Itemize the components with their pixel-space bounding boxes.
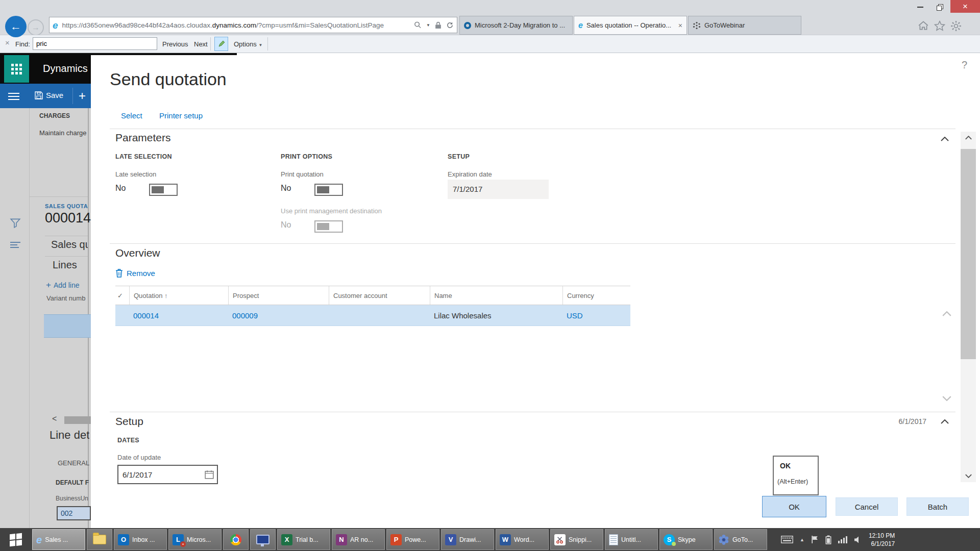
grid-scroll-up-icon[interactable]	[942, 311, 951, 316]
tab-general[interactable]: GENERAL	[58, 459, 89, 467]
grid-scroll-down-icon[interactable]	[942, 396, 951, 401]
column-header-prospect[interactable]: Prospect	[228, 286, 329, 305]
business-unit-field[interactable]: 002	[57, 506, 91, 520]
taskbar-lync[interactable]: L× Micros...	[168, 529, 222, 550]
network-signal-icon[interactable]	[838, 536, 847, 543]
cell-quotation[interactable]: 000014	[129, 305, 228, 325]
save-button[interactable]: Save	[35, 91, 63, 99]
start-button[interactable]	[1, 529, 31, 550]
taskbar-word[interactable]: W Word...	[496, 529, 549, 550]
taskbar-powerpoint[interactable]: P Powe...	[386, 529, 439, 550]
date-of-update-field[interactable]: 6/1/2017	[117, 465, 218, 484]
column-header-customer-account[interactable]: Customer account	[329, 286, 430, 305]
selected-grid-cell[interactable]	[44, 314, 91, 338]
taskbar-notepad[interactable]: Untitl...	[605, 529, 658, 550]
new-record-button[interactable]: +	[79, 89, 86, 103]
print-quotation-toggle[interactable]	[314, 184, 343, 196]
ok-tooltip: OK (Alt+Enter)	[773, 456, 819, 495]
dialog-scrollbar[interactable]	[961, 132, 976, 482]
select-link[interactable]: Select	[121, 111, 142, 120]
app-launcher-button[interactable]	[4, 55, 29, 83]
tab-migration[interactable]: Microsoft 2-Day Migration to ...	[459, 16, 573, 35]
refresh-icon[interactable]	[446, 21, 454, 29]
menu-button[interactable]	[8, 91, 19, 102]
row-select-cell[interactable]	[115, 305, 129, 325]
list-view-icon[interactable]	[10, 241, 21, 251]
menu-item-maintain-charges[interactable]: Maintain charge	[39, 129, 88, 137]
url-text[interactable]: https://d365onew96ad98ce44bf42a4aos.clou…	[62, 21, 414, 29]
horizontal-scrollbar-thumb[interactable]	[64, 416, 91, 424]
taskbar-chrome[interactable]	[223, 529, 249, 550]
address-bar[interactable]: e https://d365onew96ad98ce44bf42a4aos.cl…	[49, 17, 457, 33]
back-button[interactable]: ←	[5, 16, 27, 37]
taskbar-goto-meeting[interactable]: GoTo...	[714, 529, 767, 550]
forward-button[interactable]: →	[28, 19, 44, 36]
scroll-down-icon[interactable]	[961, 474, 976, 478]
grid-row-selected[interactable]: 000014 000009 Lilac Wholesales USD	[115, 305, 630, 326]
scroll-up-icon[interactable]	[961, 132, 976, 140]
find-next-button[interactable]: Next	[194, 40, 208, 48]
grid-column-label: Variant numb	[46, 294, 88, 302]
taskbar-remote-desktop[interactable]	[250, 529, 276, 550]
favorites-button[interactable]	[934, 20, 945, 33]
select-all-header[interactable]: ✓	[115, 286, 129, 305]
webinar-tab-icon	[464, 22, 471, 29]
cell-prospect[interactable]: 000009	[228, 305, 329, 325]
divider	[45, 236, 88, 236]
help-button[interactable]: ?	[962, 59, 967, 71]
gotowebinar-tab-icon	[693, 21, 701, 30]
column-header-quotation[interactable]: Quotation ↑	[129, 286, 228, 305]
settings-button[interactable]	[950, 20, 962, 34]
cell-currency[interactable]: USD	[562, 305, 629, 325]
filter-icon[interactable]	[10, 217, 21, 231]
tab-sales-quotation[interactable]: e Sales quotation -- Operatio... ×	[574, 16, 687, 35]
collapse-left-icon[interactable]: <	[52, 414, 57, 423]
highlight-all-button[interactable]	[214, 37, 228, 51]
battery-icon[interactable]	[825, 535, 831, 544]
scrollbar-thumb[interactable]	[961, 149, 976, 359]
taskbar-outlook[interactable]: O Inbox ...	[114, 529, 167, 550]
cell-customer-account[interactable]	[329, 305, 430, 325]
taskbar-excel[interactable]: X Trial b...	[277, 529, 330, 550]
collapse-parameters-icon[interactable]	[941, 137, 949, 141]
tab-close-icon[interactable]: ×	[678, 21, 682, 30]
printer-setup-link[interactable]: Printer setup	[159, 111, 203, 120]
batch-button[interactable]: Batch	[906, 497, 969, 516]
taskbar-skype[interactable]: S Skype	[659, 529, 713, 550]
late-selection-toggle[interactable]	[149, 184, 178, 196]
column-header-currency[interactable]: Currency	[562, 286, 629, 305]
volume-icon[interactable]	[854, 536, 862, 544]
taskbar-file-explorer[interactable]	[87, 529, 112, 550]
divider	[110, 243, 955, 244]
tray-clock[interactable]: 12:10 PM 6/1/2017	[869, 532, 895, 548]
search-icon[interactable]	[414, 21, 422, 29]
column-header-name[interactable]: Name	[430, 286, 562, 305]
find-close-icon[interactable]: ×	[5, 39, 10, 46]
action-center-flag-icon[interactable]	[811, 535, 819, 544]
search-dropdown-caret-icon[interactable]: ▼	[426, 23, 430, 28]
close-button[interactable]: ×	[950, 0, 980, 13]
tab-gotowebinar[interactable]: GoToWebinar	[688, 16, 801, 35]
find-input[interactable]	[33, 37, 157, 50]
minimize-button[interactable]	[912, 2, 929, 13]
print-options-group-header: PRINT OPTIONS	[281, 153, 332, 160]
find-options-button[interactable]: Options ▼	[234, 40, 262, 48]
tray-expand-icon[interactable]: ▲	[800, 537, 804, 542]
taskbar-visio[interactable]: V Drawi...	[441, 529, 494, 550]
cell-name[interactable]: Lilac Wholesales	[430, 305, 562, 325]
expiration-date-field[interactable]: 7/1/2017	[448, 180, 549, 199]
remove-button[interactable]: Remove	[115, 269, 155, 278]
calendar-icon[interactable]	[205, 470, 214, 479]
cancel-button[interactable]: Cancel	[836, 497, 898, 516]
touch-keyboard-icon[interactable]	[781, 536, 793, 543]
ok-button[interactable]: OK	[762, 496, 826, 517]
home-button[interactable]	[918, 20, 929, 33]
taskbar-onenote[interactable]: N AR no...	[332, 529, 385, 550]
find-previous-button[interactable]: Previous	[162, 40, 188, 48]
add-line-button[interactable]: + Add line	[46, 280, 80, 290]
taskbar-snipping-tool[interactable]: Snippi...	[550, 529, 603, 550]
collapse-setup-icon[interactable]	[941, 419, 949, 424]
taskbar-internet-explorer[interactable]: e Sales ...	[32, 529, 85, 550]
restore-button[interactable]	[931, 2, 948, 13]
divider	[29, 196, 88, 197]
